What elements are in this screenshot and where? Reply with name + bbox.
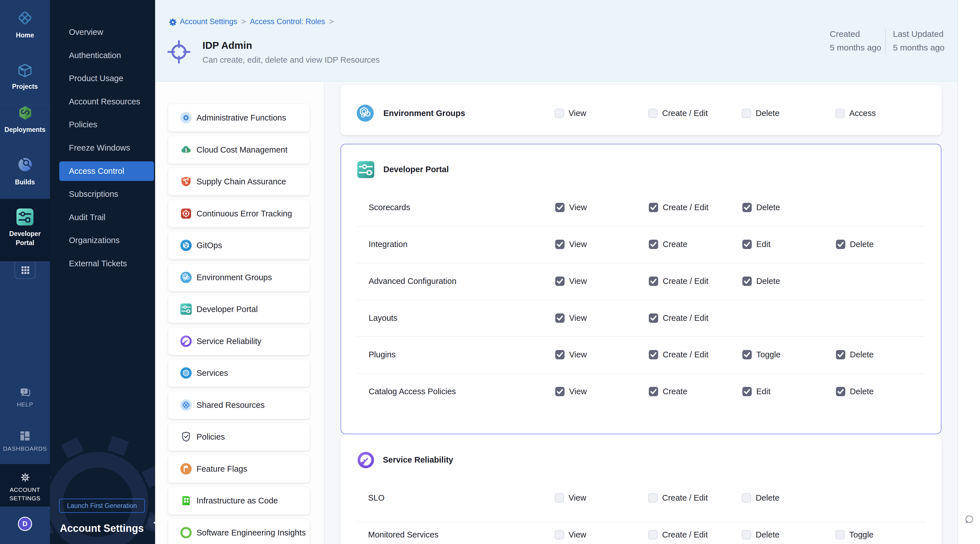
svg-text:$: $ bbox=[185, 148, 188, 153]
svg-text:?: ? bbox=[23, 389, 25, 394]
